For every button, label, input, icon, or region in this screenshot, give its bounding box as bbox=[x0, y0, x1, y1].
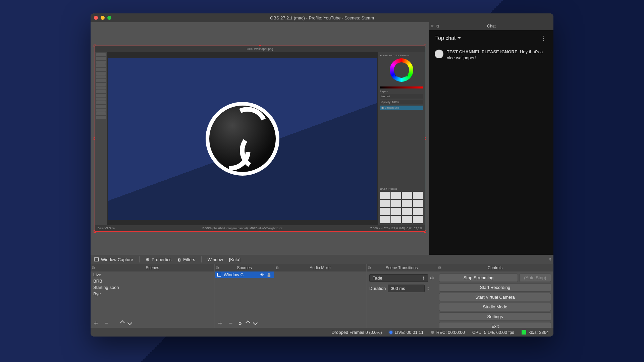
move-up-button[interactable] bbox=[246, 320, 250, 325]
stop-streaming-button[interactable]: Stop Streaming bbox=[439, 274, 518, 282]
popout-icon[interactable]: ⧉ bbox=[92, 265, 95, 270]
source-name: Window C bbox=[224, 272, 244, 277]
rec-indicator-icon bbox=[431, 331, 434, 334]
popout-icon[interactable]: ⧉ bbox=[438, 265, 441, 270]
duration-input[interactable]: 300 ms bbox=[388, 285, 425, 292]
popout-icon[interactable]: ⧉ bbox=[216, 265, 219, 270]
avatar bbox=[435, 50, 443, 58]
transition-settings-button[interactable] bbox=[430, 276, 434, 281]
mixer-title: Audio Mixer bbox=[310, 265, 331, 270]
remove-scene-button[interactable]: － bbox=[103, 319, 110, 326]
transition-select[interactable]: Fade▲▼ bbox=[369, 274, 428, 282]
maximize-icon[interactable] bbox=[107, 16, 111, 20]
preview-frame[interactable]: OBS Wallpaper.png Advanced Color Selecto… bbox=[95, 46, 425, 232]
titlebar[interactable]: OBS 27.2.1 (mac) - Profile: YouTube - Sc… bbox=[91, 13, 553, 22]
status-kbps: kb/s: 3364 bbox=[529, 330, 549, 335]
krita-titlebar: OBS Wallpaper.png bbox=[95, 46, 425, 52]
duration-label: Duration bbox=[369, 286, 386, 291]
source-settings-button[interactable] bbox=[238, 319, 242, 326]
transitions-title: Scene Transitions bbox=[386, 265, 418, 270]
window-field-label: Window bbox=[208, 257, 223, 262]
filters-button[interactable]: Filters bbox=[177, 257, 195, 262]
chat-message: TEST CHANNEL PLEASE IGNORE Hey that's a … bbox=[435, 49, 548, 61]
auto-stop-button[interactable]: (Auto Stop) bbox=[519, 274, 551, 282]
krita-toolbox bbox=[95, 52, 107, 225]
remove-source-button[interactable]: － bbox=[227, 319, 234, 326]
live-indicator-icon bbox=[389, 331, 392, 334]
exit-button[interactable]: Exit bbox=[439, 322, 551, 328]
transitions-dock: ⧉Scene Transitions Fade▲▼ Duration 300 m… bbox=[367, 264, 437, 328]
chat-messages[interactable]: TEST CHANNEL PLEASE IGNORE Hey that's a … bbox=[429, 46, 553, 255]
krita-canvas bbox=[108, 58, 377, 220]
start-virtual-camera-button[interactable]: Start Virtual Camera bbox=[439, 293, 551, 301]
chat-panel: ✕⧉ Chat Top chat ⋮ TEST CHANNEL PLEASE I… bbox=[429, 22, 553, 255]
obs-window: OBS 27.2.1 (mac) - Profile: YouTube - Sc… bbox=[91, 13, 553, 337]
studio-mode-button[interactable]: Studio Mode bbox=[439, 303, 551, 311]
properties-button[interactable]: Properties bbox=[146, 257, 171, 262]
add-scene-button[interactable]: ＋ bbox=[93, 319, 99, 326]
sources-dock: ⧉Sources Window C ＋ － bbox=[215, 264, 274, 328]
chat-mode-dropdown[interactable]: Top chat bbox=[435, 35, 461, 41]
source-type-icon bbox=[217, 273, 221, 277]
chat-dock-header[interactable]: ✕⧉ Chat bbox=[429, 22, 553, 30]
move-down-button[interactable] bbox=[127, 320, 132, 325]
filter-icon bbox=[177, 257, 181, 262]
start-recording-button[interactable]: Start Recording bbox=[439, 283, 551, 292]
scene-item[interactable]: Bye bbox=[91, 291, 214, 297]
move-up-button[interactable] bbox=[120, 320, 125, 325]
minimize-icon[interactable] bbox=[101, 16, 105, 20]
popout-icon[interactable]: ⧉ bbox=[436, 24, 439, 28]
status-dropped-frames: Dropped Frames 0 (0.0%) bbox=[331, 330, 382, 335]
scene-item[interactable]: Starting soon bbox=[91, 284, 214, 291]
captured-window: OBS Wallpaper.png Advanced Color Selecto… bbox=[95, 46, 425, 231]
sources-title: Sources bbox=[237, 265, 252, 270]
chat-mode-bar: Top chat ⋮ bbox=[429, 30, 553, 46]
audio-mixer-dock: ⧉Audio Mixer bbox=[274, 264, 367, 328]
chat-title: Chat bbox=[487, 24, 495, 28]
docks: ⧉Scenes Live BRB Starting soon Bye ＋ － ⧉… bbox=[91, 264, 553, 328]
krita-dockers: Advanced Color Selector Layers Normal Op… bbox=[378, 52, 425, 225]
window-icon bbox=[94, 257, 99, 261]
status-live: LIVE: 00:01:11 bbox=[395, 330, 424, 335]
source-type-label: Window Capture bbox=[101, 257, 133, 262]
popout-icon[interactable]: ⧉ bbox=[276, 265, 279, 270]
mixer-body[interactable] bbox=[274, 272, 366, 328]
lock-icon[interactable] bbox=[267, 272, 271, 277]
obs-logo-icon bbox=[206, 102, 279, 176]
stepper-icon[interactable]: ▲▼ bbox=[549, 257, 551, 261]
chat-username: TEST CHANNEL PLEASE IGNORE bbox=[447, 49, 518, 54]
visibility-icon[interactable] bbox=[260, 272, 264, 277]
gear-icon bbox=[146, 257, 150, 262]
status-cpu: CPU: 5.1%, 60.00 fps bbox=[472, 330, 514, 335]
add-source-button[interactable]: ＋ bbox=[217, 319, 223, 326]
scene-item[interactable]: Live bbox=[91, 272, 214, 278]
move-down-button[interactable] bbox=[253, 320, 258, 325]
window-title: OBS 27.2.1 (mac) - Profile: YouTube - Sc… bbox=[91, 15, 553, 20]
status-bar: Dropped Frames 0 (0.0%) LIVE: 00:01:11 R… bbox=[91, 328, 553, 337]
settings-button[interactable]: Settings bbox=[439, 312, 551, 321]
scenes-title: Scenes bbox=[146, 265, 159, 270]
krita-statusbar: Basic-S Size RGB/Alpha (8-bit integer/ch… bbox=[95, 225, 425, 231]
status-rec: REC: 00:00:00 bbox=[436, 330, 465, 335]
scenes-list[interactable]: Live BRB Starting soon Bye bbox=[91, 272, 214, 318]
connection-indicator-icon bbox=[522, 330, 526, 335]
controls-dock: ⧉Controls Stop Streaming (Auto Stop) Sta… bbox=[437, 264, 553, 328]
source-item[interactable]: Window C bbox=[215, 272, 274, 278]
preview-area[interactable]: OBS Wallpaper.png Advanced Color Selecto… bbox=[91, 22, 429, 255]
sources-list[interactable]: Window C bbox=[215, 272, 274, 318]
scenes-dock: ⧉Scenes Live BRB Starting soon Bye ＋ － bbox=[91, 264, 215, 328]
kebab-icon[interactable]: ⋮ bbox=[541, 35, 547, 42]
scene-item[interactable]: BRB bbox=[91, 278, 214, 284]
source-toolbar: Window Capture Properties Filters Window… bbox=[91, 255, 553, 264]
close-icon[interactable] bbox=[94, 16, 98, 20]
duration-stepper[interactable]: ▲▼ bbox=[427, 287, 429, 291]
controls-title: Controls bbox=[488, 265, 503, 270]
close-icon[interactable]: ✕ bbox=[431, 24, 434, 28]
popout-icon[interactable]: ⧉ bbox=[368, 265, 371, 270]
window-field-value: [Krita] bbox=[229, 257, 240, 262]
